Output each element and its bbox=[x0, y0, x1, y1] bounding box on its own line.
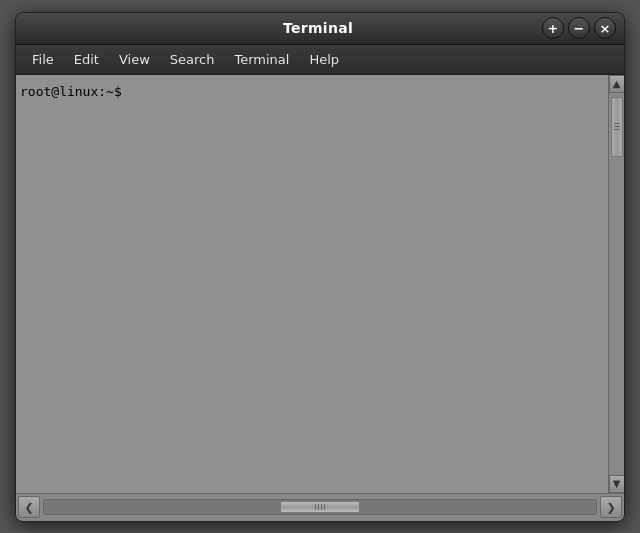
terminal-body: root@linux:~$ ▲ ▼ bbox=[16, 75, 624, 493]
horizontal-scrollbar-bar: ❮ ❯ bbox=[16, 493, 624, 521]
h-thumb-line-2 bbox=[318, 504, 319, 510]
vertical-scrollbar: ▲ ▼ bbox=[608, 75, 624, 493]
thumb-line-1 bbox=[614, 123, 620, 124]
menu-bar: File Edit View Search Terminal Help bbox=[16, 45, 624, 75]
thumb-line-2 bbox=[614, 126, 620, 127]
menu-item-help[interactable]: Help bbox=[299, 48, 349, 71]
scroll-right-button[interactable]: ❯ bbox=[600, 496, 622, 518]
close-button[interactable]: × bbox=[594, 17, 616, 39]
title-bar: Terminal + − × bbox=[16, 13, 624, 45]
menu-item-edit[interactable]: Edit bbox=[64, 48, 109, 71]
scroll-thumb-grip bbox=[614, 123, 620, 130]
scroll-up-icon: ▲ bbox=[613, 78, 621, 89]
v-scroll-track[interactable] bbox=[609, 93, 624, 475]
terminal-window: Terminal + − × File Edit View Search Ter… bbox=[15, 12, 625, 522]
menu-item-file[interactable]: File bbox=[22, 48, 64, 71]
scroll-down-button[interactable]: ▼ bbox=[609, 475, 625, 493]
terminal-content[interactable]: root@linux:~$ bbox=[16, 75, 608, 493]
scroll-up-button[interactable]: ▲ bbox=[609, 75, 625, 93]
scroll-left-button[interactable]: ❮ bbox=[18, 496, 40, 518]
scroll-right-icon: ❯ bbox=[606, 501, 615, 514]
menu-item-terminal[interactable]: Terminal bbox=[224, 48, 299, 71]
terminal-prompt: root@linux:~$ bbox=[20, 84, 122, 99]
menu-item-search[interactable]: Search bbox=[160, 48, 225, 71]
h-thumb-line-3 bbox=[321, 504, 322, 510]
minimize-button[interactable]: − bbox=[568, 17, 590, 39]
h-thumb-line-4 bbox=[324, 504, 325, 510]
h-scroll-track[interactable] bbox=[43, 499, 597, 515]
scroll-down-icon: ▼ bbox=[613, 478, 621, 489]
maximize-button[interactable]: + bbox=[542, 17, 564, 39]
h-thumb-line-1 bbox=[315, 504, 316, 510]
thumb-line-3 bbox=[614, 129, 620, 130]
scroll-left-icon: ❮ bbox=[24, 501, 33, 514]
h-scroll-thumb-grip bbox=[315, 504, 325, 510]
h-scroll-thumb[interactable] bbox=[280, 501, 360, 513]
menu-item-view[interactable]: View bbox=[109, 48, 160, 71]
window-controls: + − × bbox=[542, 17, 616, 39]
v-scroll-thumb[interactable] bbox=[611, 97, 623, 157]
window-title: Terminal bbox=[94, 20, 542, 36]
